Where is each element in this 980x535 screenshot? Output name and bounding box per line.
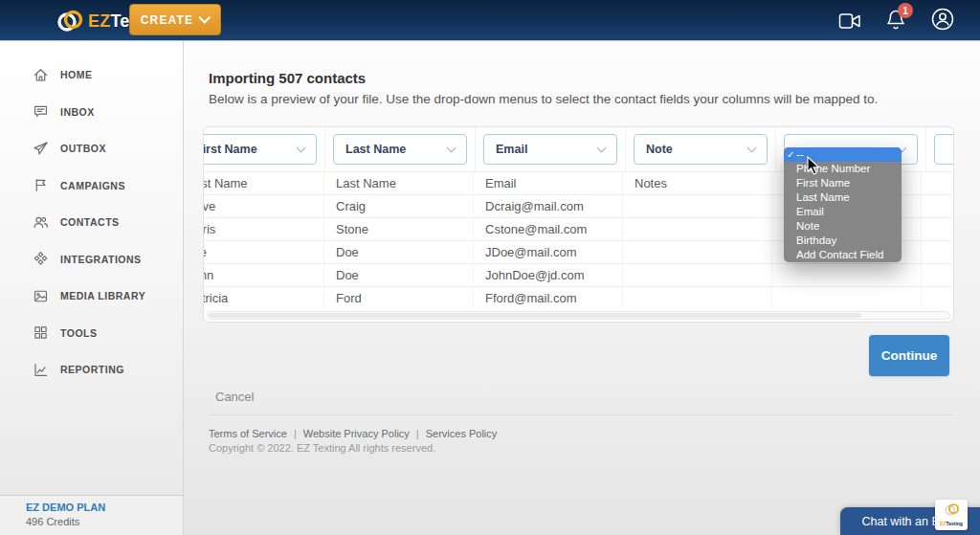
inbox-icon [33, 103, 49, 120]
table-cell: John [203, 264, 324, 286]
dropdown-option-phone-number[interactable]: Phone Number [784, 162, 902, 176]
sidebar-item-label: CAMPAIGNS [60, 180, 125, 191]
eztexting-mini-logo-icon [944, 502, 960, 518]
sidebar-item-inbox[interactable]: INBOX [0, 94, 183, 131]
table-cell [623, 287, 772, 309]
home-icon [33, 67, 49, 83]
copyright-text: Copyright © 2022. EZ Texting All rights … [209, 442, 435, 454]
field-select-value: First Name [203, 143, 298, 156]
field-select-3[interactable]: Note [634, 134, 768, 165]
table-cell: Craig [324, 195, 474, 217]
dropdown-option-email[interactable]: Email [784, 205, 902, 219]
sidebar-item-reporting[interactable]: REPORTING [0, 351, 183, 389]
top-navbar: EZTexting CREATE 1 [0, 0, 980, 41]
plan-panel: EZ DEMO PLAN 496 Credits [0, 495, 184, 535]
footer-link-website-privacy-policy[interactable]: Website Privacy Policy [303, 428, 410, 439]
media-library-icon [33, 288, 49, 304]
table-cell: Notes [623, 172, 772, 194]
sidebar-item-tools[interactable]: TOOLS [0, 315, 183, 352]
sidebar-item-label: HOME [60, 69, 93, 80]
footer-divider [209, 414, 954, 415]
table-cell [922, 172, 954, 194]
chevron-down-icon [747, 144, 757, 153]
dropdown-option-add-contact-field[interactable]: Add Contact Field [784, 248, 902, 262]
contacts-icon [33, 214, 49, 231]
table-cell: Last Name [324, 172, 474, 194]
dropdown-option-label: Note [796, 220, 819, 232]
tools-icon [33, 324, 49, 341]
table-cell: Doe [324, 241, 474, 263]
footer-link-services-policy[interactable]: Services Policy [426, 428, 498, 439]
sidebar-item-contacts[interactable]: CONTACTS [0, 204, 183, 241]
dropdown-option-last-name[interactable]: Last Name [784, 190, 902, 205]
table-cell: Stone [324, 218, 474, 240]
field-select-1[interactable]: Last Name [333, 134, 467, 165]
mini-logo-text: EZTexting [935, 522, 968, 526]
cancel-button[interactable]: Cancel [215, 390, 254, 404]
dropdown-option-first-name[interactable]: First Name [784, 176, 902, 190]
dropdown-option-label: First Name [796, 177, 850, 189]
table-cell: Patricia [203, 287, 324, 309]
campaigns-icon [33, 177, 49, 193]
table-cell [623, 264, 772, 286]
field-select-2[interactable]: Email [483, 134, 617, 165]
create-button-label: CREATE [141, 13, 194, 27]
chat-widget-logo[interactable]: EZTexting [935, 500, 968, 530]
field-select-0[interactable]: First Name [203, 134, 317, 165]
horizontal-scrollbar[interactable] [207, 311, 950, 320]
sidebar-item-outbox[interactable]: OUTBOX [0, 130, 183, 167]
sidebar-item-label: CONTACTS [60, 216, 120, 228]
notification-badge: 1 [898, 3, 913, 18]
account-avatar-icon[interactable] [930, 7, 955, 32]
sidebar-item-label: TOOLS [60, 327, 97, 339]
dropdown-option-note[interactable]: Note [784, 219, 902, 234]
sidebar-item-home[interactable]: HOME [0, 56, 183, 94]
column-5 [926, 127, 954, 171]
dropdown-option-label: Add Contact Field [796, 249, 883, 260]
app-window: EZTexting CREATE 1 HOMEINBOXOUTBOXCAMPAI… [0, 0, 980, 535]
sidebar-item-label: REPORTING [60, 364, 124, 375]
continue-button[interactable]: Continue [869, 335, 949, 376]
field-select-5[interactable] [934, 134, 954, 165]
video-call-icon[interactable] [838, 11, 861, 32]
footer-links: Terms of Service|Website Privacy Policy|… [209, 428, 497, 439]
dropdown-option-birthday[interactable]: Birthday [784, 234, 902, 248]
sidebar-item-label: MEDIA LIBRARY [60, 290, 145, 301]
field-select-value: Note [635, 143, 748, 156]
checkmark-icon: ✓ [787, 147, 794, 162]
dropdown-option-label: Email [796, 206, 824, 217]
plan-name-link[interactable]: EZ DEMO PLAN [26, 502, 183, 513]
table-cell: JohnDoe@jd.com [474, 264, 623, 286]
table-cell: First Name [203, 172, 324, 194]
table-cell: Email [474, 172, 623, 194]
sidebar-item-media-library[interactable]: MEDIA LIBRARY [0, 278, 183, 315]
scrollbar-thumb[interactable] [209, 313, 861, 318]
chevron-down-icon [447, 144, 457, 153]
table-cell: Chris [203, 218, 324, 240]
contact-field-dropdown-menu: ✓--Phone NumberFirst NameLast NameEmailN… [784, 147, 902, 262]
table-cell [772, 287, 922, 309]
dropdown-option-label: Birthday [796, 234, 836, 246]
table-cell: Dcraig@mail.com [474, 195, 623, 217]
column-2: Email [476, 127, 626, 171]
dropdown-option-label: Last Name [796, 191, 850, 203]
dropdown-option---[interactable]: ✓-- [784, 147, 902, 162]
link-separator: | [416, 428, 419, 439]
page-title: Importing 507 contacts [209, 70, 366, 86]
reporting-icon [33, 362, 49, 378]
link-separator: | [294, 428, 297, 439]
create-button[interactable]: CREATE [129, 4, 221, 35]
table-cell [922, 241, 954, 263]
integrations-icon [33, 251, 49, 267]
dropdown-option-label: Phone Number [796, 163, 870, 174]
chevron-down-icon [297, 144, 306, 153]
outbox-icon [33, 141, 49, 157]
sidebar-nav: HOMEINBOXOUTBOXCAMPAIGNSCONTACTSINTEGRAT… [0, 41, 184, 495]
table-cell: Joe [203, 241, 324, 263]
footer-link-terms-of-service[interactable]: Terms of Service [209, 428, 287, 439]
sidebar-item-campaigns[interactable]: CAMPAIGNS [0, 167, 183, 205]
table-cell: Dave [203, 195, 324, 217]
sidebar-item-label: INTEGRATIONS [60, 254, 142, 265]
sidebar-item-integrations[interactable]: INTEGRATIONS [0, 241, 183, 279]
eztexting-logo-icon [56, 7, 84, 35]
